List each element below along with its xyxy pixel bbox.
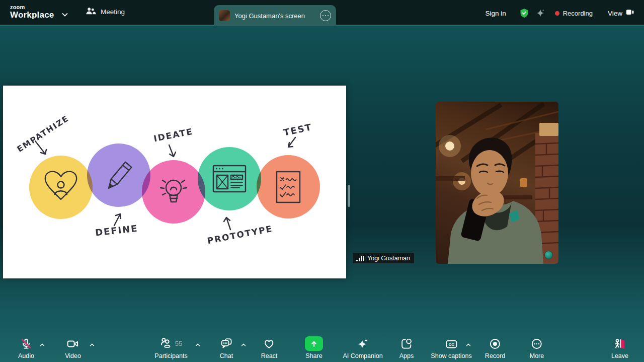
zoom-workplace-logo: zoom Workplace (10, 5, 54, 19)
ai-companion-button[interactable]: AI Companion (343, 336, 382, 359)
react-label: React (261, 352, 278, 359)
workspace-menu-chevron-down-icon[interactable] (61, 11, 69, 19)
screen-share-thumbnail (219, 10, 230, 21)
closed-captions-icon: CC (445, 336, 458, 351)
more-button[interactable]: More (530, 336, 544, 359)
recording-indicator: Recording (555, 10, 593, 17)
heart-user-icon (45, 172, 76, 199)
record-label: Record (485, 352, 505, 359)
apps-icon (400, 336, 413, 351)
view-layout-icon (626, 9, 634, 18)
leave-button[interactable]: Leave (611, 336, 628, 359)
top-bar: zoom Workplace Meeting Yogi Gustaman's s… (0, 0, 644, 26)
record-button[interactable]: Record (485, 336, 505, 359)
audio-label: Audio (18, 352, 34, 359)
participants-button[interactable]: 55 Participants (154, 336, 187, 359)
apps-label: Apps (399, 352, 414, 359)
chat-label: Chat (220, 352, 233, 359)
meeting-toolbar: Audio Video (0, 329, 644, 362)
more-ellipsis-icon (531, 336, 543, 351)
share-label: Share (305, 352, 322, 359)
participants-options-chevron-icon[interactable] (194, 341, 201, 348)
ai-sparkle-icon[interactable] (536, 9, 545, 18)
shared-screen-content: EMPATHIZE DEFINE IDEATE PROTOTYPE TEST (3, 86, 346, 278)
chat-button[interactable]: Chat (220, 336, 233, 359)
video-button[interactable]: Video (65, 336, 81, 359)
checklist-icon (277, 172, 300, 202)
audio-options-chevron-icon[interactable] (39, 341, 46, 348)
zoom-meeting-window: zoom Workplace Meeting Yogi Gustaman's s… (0, 0, 644, 362)
view-label: View (608, 10, 622, 17)
chat-options-chevron-icon[interactable] (240, 341, 247, 348)
video-label: Video (65, 352, 81, 359)
participant-video-frame (436, 102, 558, 264)
participants-label: Participants (154, 352, 187, 359)
define-arrow-icon (114, 214, 121, 226)
captions-options-chevron-icon[interactable] (465, 341, 472, 348)
leave-door-icon (613, 336, 626, 351)
slide-doodle-icons (3, 86, 346, 278)
lightbulb-icon (160, 180, 187, 202)
video-watermark-badge-icon (544, 251, 553, 259)
logo-zoom-text: zoom (10, 5, 54, 11)
participants-people-icon (160, 337, 172, 351)
leave-label: Leave (611, 352, 628, 359)
heart-react-icon (263, 336, 275, 351)
tab-meeting[interactable]: Meeting (86, 7, 125, 17)
participant-video-tile[interactable] (436, 102, 558, 264)
ai-companion-label: AI Companion (343, 352, 382, 359)
audio-button[interactable]: Audio (18, 336, 34, 359)
recording-dot-icon (555, 11, 559, 16)
presenter-name: Yogi Gustaman (367, 255, 410, 262)
share-screen-icon (305, 336, 323, 351)
sign-in-button[interactable]: Sign in (485, 10, 506, 17)
scrollbar-handle[interactable] (348, 185, 350, 207)
logo-workplace-text: Workplace (10, 11, 54, 20)
pencil-icon (106, 162, 131, 191)
video-options-chevron-icon[interactable] (89, 341, 96, 348)
tab-screen-share[interactable]: Yogi Gustaman's screen (214, 5, 336, 26)
video-camera-icon (67, 336, 79, 351)
ideate-arrow-icon (169, 145, 176, 157)
audio-level-bars-icon (356, 255, 364, 261)
tab-options-ellipsis-icon[interactable] (320, 10, 331, 21)
screen-share-tab-label: Yogi Gustaman's screen (234, 12, 320, 20)
show-captions-label: Show captions (431, 352, 471, 359)
meeting-people-icon (86, 7, 96, 17)
recording-label: Recording (563, 10, 593, 17)
more-label: More (530, 352, 544, 359)
presenter-name-badge: Yogi Gustaman (353, 253, 414, 263)
ai-companion-sparkle-icon (357, 336, 369, 351)
security-shield-icon[interactable] (519, 8, 529, 18)
share-button[interactable]: Share (305, 336, 323, 359)
view-button[interactable]: View (608, 9, 634, 18)
microphone-muted-icon (20, 336, 32, 351)
prototype-arrow-icon (224, 218, 230, 230)
top-bar-right-controls: Sign in Recording View (485, 0, 634, 26)
test-arrow-icon (288, 137, 295, 147)
browser-wireframe-icon (213, 166, 246, 192)
participants-count: 55 (175, 340, 182, 347)
chat-bubble-icon (220, 336, 233, 351)
record-icon (489, 336, 501, 351)
react-button[interactable]: React (261, 336, 278, 359)
meeting-tab-label: Meeting (101, 8, 125, 16)
svg-text:CC: CC (448, 342, 454, 347)
apps-button[interactable]: Apps (399, 336, 414, 359)
